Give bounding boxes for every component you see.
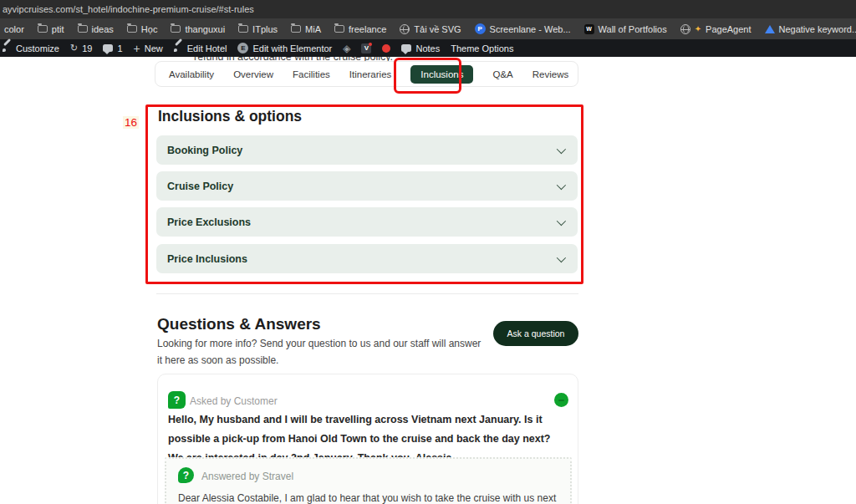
bookmark-label: Negative keyword... [779,24,856,34]
inclusions-title: Inclusions & options [158,108,302,125]
admin-diamond[interactable]: ◈ [343,43,350,54]
w-badge-icon: W [584,24,594,34]
chevron-down-icon [557,216,566,225]
tab-inclusions[interactable]: Inclusions [410,65,473,84]
plus-icon: + [134,44,140,53]
bookmark-label: MiA [305,24,321,34]
admin-label: Edit with Elementor [252,43,332,53]
admin-edit-elementor[interactable]: EEdit with Elementor [237,43,332,53]
bookmark-negative-keyword[interactable]: Negative keyword... [765,24,856,34]
tab-overview[interactable]: Overview [233,69,273,79]
elementor-icon: E [237,43,248,53]
update-icon: ↻ [70,43,78,53]
accordion-cruise-policy[interactable]: Cruise Policy [156,171,578,201]
admin-label: Notes [415,43,440,53]
bookmark-wall-of-portfolios[interactable]: WWall of Portfolios [584,24,667,34]
comment-icon [103,44,113,52]
comments-count: 1 [117,43,122,53]
admin-notes[interactable]: Notes [401,43,440,53]
question-mark-icon: ? [168,391,186,409]
admin-edit-hotel[interactable]: Edit Hotel [174,43,227,53]
bookmark-label: Wall of Portfolios [599,24,667,34]
bookmark-label: thanguxui [185,24,225,34]
folder-icon [291,25,301,33]
asked-by-label: Asked by Customer [190,395,278,407]
bookmarks-bar: color ptit ideas Học thanguxui ITplus Mi… [0,18,856,39]
tab-itineraries[interactable]: Itineraries [349,69,392,79]
tab-qa[interactable]: Q&A [492,69,512,79]
ask-question-button[interactable]: Ask a question [493,321,578,346]
bookmark-label: Học [141,24,158,34]
admin-new[interactable]: +New [134,43,163,53]
bookmark-screenlane[interactable]: PScreenlane - Web... [475,23,571,34]
bookmark-pageagent[interactable]: ✦PageAgent [680,24,752,34]
folder-icon [238,25,248,33]
admin-vflag[interactable]: V [361,43,371,53]
hotel-tab-bar: Availability Overview Facilities Itinera… [155,61,578,87]
bookmark-label: Tải về SVG [414,24,461,34]
bookmark-ptit[interactable]: ptit [38,24,64,34]
bookmark-label: ptit [52,24,64,34]
bookmark-tai-ve-svg[interactable]: Tải về SVG [400,24,461,34]
chevron-down-icon [557,144,566,153]
annotation-number: 16 [123,116,139,129]
bookmark-label: freelance [349,24,386,34]
url-text: ayvipcruises.com/st_hotel/indochine-prem… [3,4,254,14]
pencil-icon [174,43,183,53]
bookmark-mia[interactable]: MiA [291,24,321,34]
accordion-label: Booking Policy [167,145,242,156]
browser-url-bar[interactable]: ayvipcruises.com/st_hotel/indochine-prem… [0,0,856,18]
tab-reviews[interactable]: Reviews [532,69,568,79]
notes-bubble-icon [401,44,411,52]
v-flag-icon: V [361,43,371,53]
admin-label: Customize [16,43,59,53]
bookmark-label: ideas [92,24,114,34]
collapse-toggle-button[interactable] [554,393,568,407]
bookmark-thanguxui[interactable]: thanguxui [171,24,225,34]
globe-icon [400,24,410,34]
qa-section-subtitle: Looking for more info? Send your questio… [157,335,485,369]
section-divider [156,293,578,294]
qa-thread-card: ? Asked by Customer Hello, My husband an… [157,374,578,504]
bookmark-label: PageAgent [706,24,751,34]
admin-customize[interactable]: Customize [3,43,59,53]
folder-icon [171,25,181,33]
admin-record-dot[interactable] [382,44,390,53]
admin-comments[interactable]: 1 [103,43,122,53]
brush-icon [3,43,12,53]
bookmark-label: color [4,24,24,34]
chevron-down-icon [557,180,566,189]
folder-icon [127,25,137,33]
bookmark-ideas[interactable]: ideas [78,24,114,34]
bookmark-itplus[interactable]: ITplus [238,24,278,34]
accordion-label: Price Inclusions [167,253,247,265]
answer-box: ? Answered by Stravel Dear Alessia Costa… [165,457,572,504]
sparkle-icon: ✦ [695,24,701,33]
bookmark-label: Screenlane - Web... [490,24,571,34]
admin-updates[interactable]: ↻19 [70,43,92,53]
accordion-price-inclusions[interactable]: Price Inclusions [156,244,578,273]
updates-count: 19 [82,43,92,53]
p-badge-icon: P [475,23,486,34]
accordion-booking-policy[interactable]: Booking Policy [156,135,578,165]
bookmark-hoc[interactable]: Học [127,24,158,34]
answered-by-label: Answered by Stravel [201,471,293,482]
accordion-label: Price Exclusions [167,216,251,228]
answer-mark-icon: ? [178,467,194,483]
folder-icon [334,25,344,33]
qa-section-title: Questions & Answers [157,315,321,333]
globe-icon [680,24,690,34]
bookmark-freelance[interactable]: freelance [334,24,386,34]
triangle-icon [765,25,775,33]
tab-availability[interactable]: Availability [169,69,214,79]
bookmark-color[interactable]: color [4,24,24,34]
accordion-price-exclusions[interactable]: Price Exclusions [156,207,578,237]
admin-label: Edit Hotel [187,43,227,53]
folder-icon [38,25,48,33]
admin-label: Theme Options [451,43,513,53]
folder-icon [78,25,88,33]
bookmark-label: ITplus [252,24,278,34]
answer-text: Dear Alessia Costabile, I am glad to hea… [178,491,561,504]
admin-theme-options[interactable]: Theme Options [451,43,513,53]
tab-facilities[interactable]: Facilities [293,69,330,79]
